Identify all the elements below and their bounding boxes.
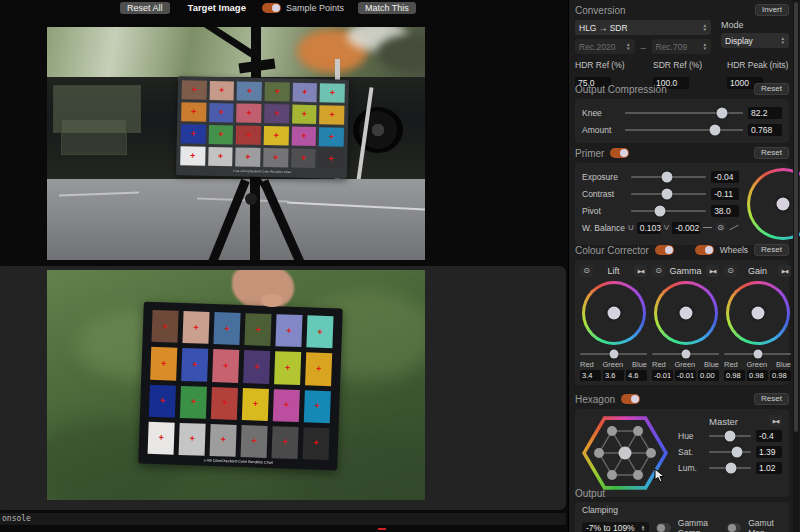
picker-target-icon[interactable]: ⊙ bbox=[715, 222, 726, 233]
slider-thumb[interactable] bbox=[724, 431, 735, 442]
corrector-toggle[interactable] bbox=[655, 245, 674, 255]
gain-master-slider[interactable] bbox=[724, 353, 791, 355]
contrast-slider[interactable] bbox=[631, 193, 706, 195]
gamma-red-field[interactable]: -0.01 bbox=[652, 370, 673, 381]
slider-thumb[interactable] bbox=[725, 463, 736, 474]
dest-colorspace-select[interactable]: Rec.709 ▲▼ bbox=[652, 39, 712, 54]
color-wheel-puck[interactable] bbox=[751, 307, 764, 320]
reset-wheel-icon[interactable]: ▶◀ bbox=[634, 265, 647, 277]
gain-red-field[interactable]: 0.98 bbox=[724, 370, 745, 381]
sample-point-marker[interactable]: + bbox=[158, 434, 164, 443]
hue-slider[interactable] bbox=[709, 435, 751, 437]
sample-point-marker[interactable]: + bbox=[274, 87, 279, 96]
color-wheel-puck[interactable] bbox=[607, 307, 620, 320]
gain-color-wheel[interactable] bbox=[726, 281, 790, 345]
sample-point-marker[interactable]: + bbox=[218, 152, 223, 161]
hexagon-toggle[interactable] bbox=[621, 394, 640, 404]
sample-point-marker[interactable]: + bbox=[255, 325, 261, 334]
slider-thumb[interactable] bbox=[654, 205, 665, 216]
reset-button[interactable]: Reset bbox=[754, 147, 789, 159]
sat-value-field[interactable]: 1.39 bbox=[756, 446, 782, 458]
gamma-master-slider[interactable] bbox=[652, 353, 719, 355]
pivot-slider[interactable] bbox=[631, 210, 706, 212]
reset-button[interactable]: Reset bbox=[754, 83, 789, 95]
target-image-viewport[interactable]: ++++++++++++++++++++++++ x-rite ColorChe… bbox=[47, 270, 425, 500]
sample-point-marker[interactable]: + bbox=[246, 109, 251, 118]
gain-green-field[interactable]: 0.98 bbox=[747, 370, 768, 381]
lum-slider[interactable] bbox=[709, 467, 751, 469]
sample-point-marker[interactable]: + bbox=[222, 398, 228, 407]
lift-green-field[interactable]: 3.6 bbox=[603, 370, 624, 381]
sample-point-marker[interactable]: + bbox=[285, 363, 291, 372]
slider-thumb[interactable] bbox=[681, 349, 690, 358]
sample-point-marker[interactable]: + bbox=[284, 401, 290, 410]
sample-point-marker[interactable]: + bbox=[302, 110, 307, 119]
sample-points-toggle[interactable] bbox=[262, 3, 281, 13]
invert-button[interactable]: Invert bbox=[755, 4, 789, 16]
sample-point-marker[interactable]: + bbox=[162, 322, 168, 331]
sample-point-marker[interactable]: + bbox=[192, 360, 198, 369]
wheels-toggle[interactable] bbox=[695, 245, 714, 255]
sample-point-marker[interactable]: + bbox=[282, 438, 288, 447]
slider-thumb[interactable] bbox=[609, 349, 618, 358]
slider-thumb[interactable] bbox=[753, 349, 762, 358]
sample-point-marker[interactable]: + bbox=[330, 88, 335, 97]
match-this-button[interactable]: Match This bbox=[358, 2, 416, 14]
source-colorspace-select[interactable]: Rec.2020 ▲▼ bbox=[575, 39, 635, 54]
exposure-slider[interactable] bbox=[631, 176, 706, 178]
sample-point-marker[interactable]: + bbox=[223, 361, 229, 370]
sample-point-marker[interactable]: + bbox=[189, 435, 195, 444]
sample-point-marker[interactable]: + bbox=[247, 87, 252, 96]
sample-point-marker[interactable]: + bbox=[191, 86, 196, 95]
target-icon[interactable]: ⊙ bbox=[580, 265, 593, 277]
reset-master-icon[interactable]: ▶◀ bbox=[769, 415, 782, 427]
clamping-select[interactable]: -7% to 109% ▲▼ bbox=[582, 522, 649, 532]
sample-point-marker[interactable]: + bbox=[219, 86, 224, 95]
slider-thumb[interactable] bbox=[716, 107, 727, 118]
sample-point-marker[interactable]: + bbox=[253, 400, 259, 409]
primer-toggle[interactable] bbox=[610, 148, 629, 158]
sample-point-marker[interactable]: + bbox=[190, 151, 195, 160]
scrollbar-thumb[interactable] bbox=[794, 2, 798, 432]
sample-point-marker[interactable]: + bbox=[191, 397, 197, 406]
reset-wheel-icon[interactable]: ▶◀ bbox=[706, 265, 719, 277]
sample-point-marker[interactable]: + bbox=[254, 362, 260, 371]
slider-thumb[interactable] bbox=[662, 188, 673, 199]
sample-point-marker[interactable]: + bbox=[220, 436, 226, 445]
sample-point-marker[interactable]: + bbox=[329, 110, 334, 119]
sample-point-marker[interactable]: + bbox=[329, 132, 334, 141]
sample-point-marker[interactable]: + bbox=[219, 108, 224, 117]
reset-button[interactable]: Reset bbox=[754, 244, 789, 256]
target-icon[interactable]: ⊙ bbox=[724, 265, 737, 277]
slider-thumb[interactable] bbox=[662, 171, 673, 182]
sample-point-marker[interactable]: + bbox=[273, 131, 278, 140]
amount-slider[interactable] bbox=[625, 129, 743, 131]
hue-value-field[interactable]: -0.4 bbox=[756, 430, 782, 442]
sample-point-marker[interactable]: + bbox=[313, 439, 319, 448]
sample-point-marker[interactable]: + bbox=[246, 131, 251, 140]
transform-select[interactable]: HLG → SDR ▲▼ bbox=[575, 20, 711, 35]
gamma-green-field[interactable]: -0.01 bbox=[675, 370, 696, 381]
gamma-comp-toggle[interactable] bbox=[656, 523, 670, 532]
sample-point-marker[interactable]: + bbox=[301, 132, 306, 141]
sat-slider[interactable] bbox=[709, 451, 751, 453]
sample-point-marker[interactable]: + bbox=[273, 153, 278, 162]
lift-red-field[interactable]: 3.4 bbox=[580, 370, 601, 381]
panel-scrollbar[interactable] bbox=[793, 0, 799, 532]
sample-point-marker[interactable]: + bbox=[161, 359, 167, 368]
exposure-value-field[interactable]: -0.04 bbox=[711, 171, 739, 183]
sample-point-marker[interactable]: + bbox=[160, 396, 166, 405]
lift-master-slider[interactable] bbox=[580, 353, 647, 355]
gamma-blue-field[interactable]: 0.00 bbox=[698, 370, 719, 381]
mode-select[interactable]: Display ▲▼ bbox=[721, 33, 789, 48]
sample-point-marker[interactable]: + bbox=[245, 153, 250, 162]
sample-point-marker[interactable]: + bbox=[316, 365, 322, 374]
u-value-field[interactable]: 0.103 bbox=[637, 222, 661, 234]
v-value-field[interactable]: -0.002 bbox=[672, 222, 700, 234]
lum-value-field[interactable]: 1.02 bbox=[756, 462, 782, 474]
lift-blue-field[interactable]: 4.6 bbox=[626, 370, 647, 381]
gamut-map-toggle[interactable] bbox=[727, 523, 741, 532]
slider-thumb[interactable] bbox=[732, 447, 743, 458]
hexagon-center-node[interactable] bbox=[619, 447, 632, 460]
sample-point-marker[interactable]: + bbox=[193, 323, 199, 332]
